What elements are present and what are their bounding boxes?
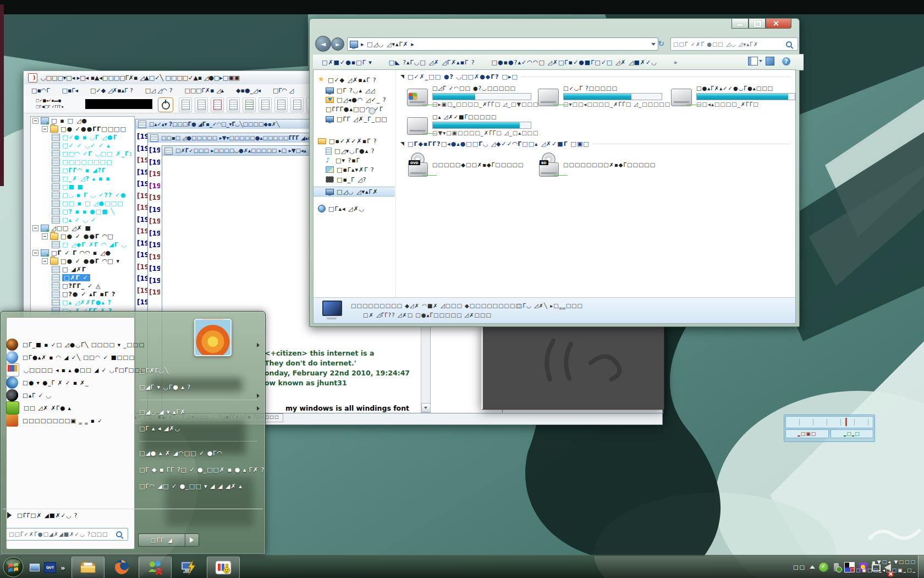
tree-item[interactable]: □✓● ▪ ◡Γ ◿●Γ xyxy=(31,133,134,141)
shutdown-button[interactable]: □ΓΓ ◢ xyxy=(138,533,185,547)
sidebar-documents[interactable]: □◿▾◡Γ●▴ ? xyxy=(326,146,375,155)
tree-item[interactable]: □□□□□□□□ xyxy=(31,158,134,166)
sidebar-computer[interactable]: □◿◡ ◿▾▴Γ✗ xyxy=(314,187,395,197)
forward-button[interactable]: ► xyxy=(331,37,344,51)
show-hidden-icons-chevron[interactable] xyxy=(810,565,815,569)
irc-toolbar-button[interactable] xyxy=(258,97,272,112)
show-desktop-button[interactable] xyxy=(918,555,924,578)
tree-item[interactable]: □ ◿◆Γ ✗Γ ◠ ◢Γ ◡ xyxy=(31,241,134,249)
antivirus-tray-icon[interactable] xyxy=(819,563,828,572)
preview-pane-icon[interactable] xyxy=(766,57,774,66)
all-programs-button[interactable]: □ΓΓ□✗ ◢■✗✓◡ ? xyxy=(3,509,263,521)
taskbar-clock[interactable]: ▼□◂ ▼□□□ □□▣□□‗◂□□▣‗□‗ xyxy=(850,558,916,575)
drive-item[interactable]: □✓◡Γ ?□□□□□ □▾□□◂□□□□_✗ΓΓ□ ◿_□□□□□ xyxy=(538,85,664,108)
tree-item[interactable]: □□ ▪ □ ◿●□□□ xyxy=(31,199,134,208)
tree-item[interactable]: □ ◢✗Γ xyxy=(31,265,134,274)
show-desktop-quicklaunch-icon[interactable] xyxy=(30,564,40,571)
irc-toolbar-button[interactable] xyxy=(179,97,192,112)
tree-item[interactable]: □● ✓●●ΓΓ□□□□ xyxy=(31,125,134,133)
collapse-triangle-icon[interactable] xyxy=(400,142,404,146)
address-breadcrumb[interactable]: ▸ □◿◡ ◿▾▴Γ✗ ▸ xyxy=(361,41,648,48)
tree-item[interactable]: □?ΓΓ_ ✓ ◬ xyxy=(31,282,134,290)
connect-button[interactable] xyxy=(158,97,173,112)
tree-item[interactable]: □ ▪ □ ◿● xyxy=(31,117,134,125)
quicklaunch-overflow-chevron[interactable]: » xyxy=(61,564,65,572)
irc-toolbar-button[interactable] xyxy=(274,97,288,112)
start-button[interactable] xyxy=(2,556,24,578)
start-right-item[interactable]: □◢Γ ▾ ◡Γ● ▴ ? xyxy=(139,379,257,395)
back-button[interactable]: ◄ xyxy=(315,36,331,52)
collapse-triangle-icon[interactable] xyxy=(400,75,404,79)
drive-item[interactable]: □●▴Γ✗▴✓✓●◡Γ●▴□□□ □□◂▴□□□□_✗ΓΓ□ xyxy=(671,85,795,108)
tree-item[interactable]: □ΓΓ◠ ▪ ◢?Γ xyxy=(31,166,134,175)
optical-drive-item[interactable]: BD □□□□□□□□✗▪◆Γ□□□□□ xyxy=(539,152,656,177)
sidebar-downloads[interactable]: □◿◂●◠ ◿✓_ ? xyxy=(326,95,387,104)
search-icon[interactable] xyxy=(786,41,792,47)
start-right-item[interactable]: □◢● ▴ ✗ ◢◠□□ ✓ ●Γ◠ xyxy=(139,445,257,461)
gadget-timeline[interactable] xyxy=(785,416,873,428)
command-bar-item[interactable]: » xyxy=(674,59,678,66)
tree-item[interactable]: □_✗ ◿? ▴ ▪ ▪ xyxy=(31,175,134,183)
tree-item[interactable]: □▴ ✓ ◡ ✓ xyxy=(31,216,134,224)
tree-item[interactable]: □✓ ✓ ◡✓ ✓ ▴ xyxy=(31,141,134,150)
section-header-removable[interactable]: □Γ◆▪ΓΓ?□◂●▴●□□Γ◡ ◿◆✓✓◠Γ□□▴ ◿✗✓■Γ □▣□ xyxy=(400,140,790,148)
tree-item[interactable]: □■ ■ xyxy=(31,183,134,191)
tree-item[interactable]: □? ▪ ▪ ●□■ ╲ xyxy=(31,208,134,216)
optical-drive-item[interactable]: DVD □□□□□◆□□✗▪◆Γ□□□□□ xyxy=(408,152,524,177)
sidebar-recent-places[interactable]: □ΓΓΓ●▴□□◠ ✓Γ xyxy=(326,105,383,113)
irc-menu-item[interactable]: □□□Γ✗▪ ◿▴ xyxy=(185,87,224,94)
change-view-icon[interactable] xyxy=(748,57,758,66)
tree-item[interactable]: □▴ ◿✗✗Γ●▴ ? xyxy=(31,298,134,307)
shutdown-options-arrow[interactable] xyxy=(185,533,199,547)
taskbar-button-mirc[interactable] xyxy=(207,557,240,578)
irc-toolbar-button[interactable] xyxy=(211,97,224,112)
tree-item[interactable]: ◿□□ ◿✗ ■ xyxy=(31,224,134,232)
irc-toolbar-button[interactable] xyxy=(227,97,240,112)
address-dropdown-icon[interactable] xyxy=(651,43,656,46)
sidebar-music[interactable]: □▾ ?▪Γ xyxy=(326,156,360,165)
gadget-cell-right[interactable]: ‗□‗□ xyxy=(831,429,874,438)
irc-toolbar-button[interactable] xyxy=(243,97,256,112)
taskbar-button-messenger[interactable] xyxy=(139,557,172,578)
sidebar-libraries[interactable]: □▪✓✗✓✗▪Γ ? xyxy=(318,137,377,145)
close-button[interactable] xyxy=(766,19,791,29)
start-right-item[interactable]: □Γ ◆ ▪ ΓΓ ?□ ✓ ●_□□✗ ▪ ● ▴ Γ✗ ? xyxy=(139,461,257,478)
irc-menu-item[interactable]: □▪Γ◂ xyxy=(62,87,79,94)
tree-item[interactable]: □Γ ✓ Γ ◠◠ ▪ ◿● xyxy=(31,249,134,257)
safely-remove-hardware-icon[interactable] xyxy=(834,563,839,571)
start-right-item[interactable]: □Γ✗Γ◡╲ xyxy=(139,362,257,379)
address-bar[interactable]: ▸ □◿◡ ◿▾▴Γ✗ ▸ xyxy=(347,37,658,51)
irc-toolbar-button[interactable] xyxy=(290,97,304,112)
start-right-item[interactable] xyxy=(139,395,257,400)
irc-menu-item[interactable]: □✓◆ ◿✗▪▴Γ ? xyxy=(90,87,133,94)
tree-item[interactable]: □□◠ ✓Γ ◡□□ ✗_Γ: xyxy=(31,150,134,158)
image-window[interactable] xyxy=(481,324,664,410)
command-bar-item[interactable]: □●▪●?▴✓◠◠□ ◿✗□Γ▪✓●■Γ□✓□ ◿✗ ◿■✗✓◡ xyxy=(492,59,657,66)
maximize-button[interactable] xyxy=(749,19,766,29)
tree-item[interactable]: □● ✓ ●●Γ ◠□ ▾ xyxy=(31,257,134,265)
irc-menu-item[interactable]: □▪◠Γ xyxy=(31,87,50,94)
start-right-item[interactable] xyxy=(139,437,257,441)
start-right-item[interactable]: □Γ◠ ◢□ ✓ ●_□□ ▾ ◢ ◢ ◢✗ ▴ xyxy=(139,478,257,494)
command-bar-item[interactable]: □◣ ?▴Γ◡□ ◿✗ ◿Γ✗▴▪Γ ? xyxy=(389,59,475,66)
tree-item[interactable]: □◡ ▪ Γ ◡ ✓?? ✓● xyxy=(31,191,134,199)
refresh-icon[interactable] xyxy=(656,39,666,48)
drive-item[interactable]: □▴ ◿✗✓■Γ□□□□□ □▼▾□▣□□□□_✗ΓΓ□ ◿_□▴□□□ xyxy=(407,114,534,137)
sidebar-item[interactable]: □ΓΓ ◿✗_Γ_□□ xyxy=(326,114,388,123)
start-right-item[interactable]: □Γ ▴ ◂ ◢✗◡ xyxy=(139,420,257,437)
drive-item[interactable]: □◿Γ ✓◠□□ ●?◡□□□□□ □▸▣□‗□□□□_✗ΓΓ□ ◿_□▼□□□ xyxy=(407,85,534,108)
section-header-hard-drives[interactable]: □✓✗_□□ ●? ◡□□✗●◆Γ? □▸□ xyxy=(400,73,790,80)
minimize-button[interactable] xyxy=(732,19,749,29)
taskbar-button-explorer[interactable] xyxy=(72,557,105,578)
gadget-cell-left[interactable]: ‗□▣□ xyxy=(785,429,829,438)
search-input[interactable]: □□Γ ✓✗Γ ●□□ ◿◡ ◿▾▴Γ✗ xyxy=(670,37,798,51)
taskbar-button-remote-desktop[interactable] xyxy=(173,557,205,577)
language-indicator[interactable]: □□ xyxy=(793,564,806,570)
taskbar-button-firefox[interactable] xyxy=(106,557,138,577)
irc-menu-item[interactable]: □◿ ◿◠ ? xyxy=(145,87,173,94)
start-search-input[interactable]: □□Γ✓✗Γ●□◢✗◢■✗✓◡ ?□□□ xyxy=(6,528,128,541)
irc-toolbar-button[interactable] xyxy=(195,97,208,112)
desktop-gadget[interactable]: ‗□▣□ ‗□‗□ xyxy=(784,415,875,442)
tree-item[interactable]: □✗Γ ✓ xyxy=(31,274,134,282)
irc-menu-item[interactable]: □Γ◠ ◿ xyxy=(273,87,294,94)
